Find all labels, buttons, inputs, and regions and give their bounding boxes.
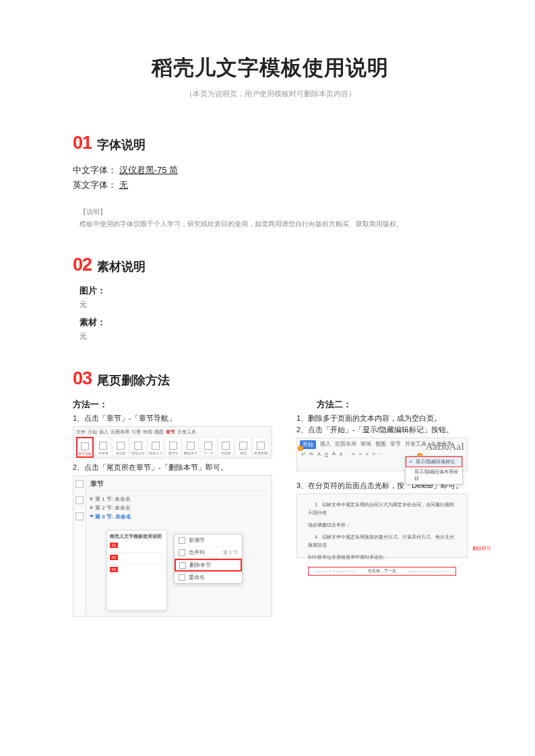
tab[interactable]: 页面布局: [335, 440, 356, 449]
method1-screenshot-panel: 章节 第 1 节: 未命名 第 2 节: 未命名 第 3 节: 未命名 稻壳儿文…: [73, 475, 272, 617]
tab[interactable]: 插入: [320, 440, 331, 449]
chapter-tree: 第 1 节: 未命名 第 2 节: 未命名 第 3 节: 未命名: [90, 495, 268, 521]
tree-node[interactable]: 第 2 节: 未命名: [90, 504, 268, 513]
menu-item-new[interactable]: 新增节: [175, 535, 242, 547]
doc-para: 1、招标文件中规定采用的合同方式为固定单价合同，合同履行期间不因任何: [308, 501, 456, 517]
ribbon-button[interactable]: 纸张方向: [130, 437, 146, 456]
tab: 引用: [131, 429, 141, 436]
tree-node[interactable]: 第 1 节: 未命名: [90, 495, 268, 504]
menu-icon: [179, 574, 185, 581]
ribbon-button[interactable]: 纸张大小: [148, 437, 164, 456]
page-subtitle: （本页为说明页，用户使用模板时可删除本页内容）: [73, 89, 468, 99]
section-01-title: 字体说明: [97, 137, 146, 153]
font-en-value[interactable]: 无: [119, 180, 128, 190]
page-break-marker[interactable]: 分页符…下一页: [308, 567, 456, 576]
font-cn-value[interactable]: 汉仪君黑-75 简: [119, 165, 178, 175]
panel-heading: 章节: [90, 479, 268, 491]
method1-column: 方法一： 1、点击「章节」-「章节导航」 文件 开始 插入 页面布局 引用 审阅…: [73, 399, 272, 621]
doc-para: 到中标单位在资格预审申请时承诺的：: [308, 553, 456, 561]
menu-icon: [179, 562, 186, 569]
note-heading: 【说明】: [80, 206, 468, 218]
font-cn-line: 中文字体： 汉仪君黑-75 简: [73, 163, 468, 178]
ribbon-button[interactable]: 删除本节: [183, 437, 199, 456]
menu-item-delete[interactable]: 删除本节: [175, 559, 242, 572]
ribbon-button-highlighted[interactable]: 章节导航: [76, 437, 94, 458]
menu-icon: [179, 549, 185, 556]
method1-screenshot-ribbon: 文件 开始 插入 页面布局 引用 审阅 视图 章节 开发工具 章节导航 目录页 …: [73, 426, 272, 458]
method2-step2: 2、点击「开始」-「显示/隐藏编辑标记」按钮。: [296, 425, 468, 435]
note-block: 【说明】 模板中使用的字体仅限于个人学习，研究或欣赏目的使用，如需商用请您自行向…: [80, 206, 468, 230]
page-title: 稻壳儿文字模板使用说明: [73, 54, 468, 82]
font-en-label: 英文字体：: [73, 180, 117, 190]
tab-active[interactable]: 开始1: [300, 440, 316, 449]
assets-mat-label: 素材：: [80, 316, 468, 329]
assets-mat-value: 元: [80, 331, 468, 341]
method1-step2: 2、点击「尾页所在章节」-「删除本节」即可。: [73, 462, 272, 473]
tab-active: 章节: [166, 429, 175, 436]
tab: 开始: [88, 429, 97, 436]
thumb-tag: 01: [110, 543, 118, 548]
dropdown-menu: ✓显示/隐藏段落标记 显示/隐藏段落布局按钮: [405, 456, 463, 485]
doc-para: 4、招标文件中规定采用预算的复付方式、计算及付方式、每次支付预算除选: [308, 533, 456, 549]
section-01-head: 01 字体说明: [73, 133, 468, 153]
method1-step1: 1、点击「章节」-「章节导航」: [73, 413, 272, 423]
tab[interactable]: 开发工具: [405, 440, 427, 449]
panel-sidebar: [73, 476, 86, 616]
thumb-heading: 稻壳儿文字模板使用说明: [110, 533, 164, 540]
note-body: 模板中使用的字体仅限于个人学习，研究或欣赏目的使用，如需商用请您自行向版权方购买…: [80, 218, 468, 230]
ribbon-button[interactable]: 目录页: [95, 437, 111, 456]
section-02-number: 02: [73, 254, 92, 275]
method2-screenshot-doc: 1、招标文件中规定采用的合同方式为固定单价合同，合同履行期间不因任何 场合调整综…: [296, 493, 468, 558]
ribbon-button[interactable]: 页眉页脚: [253, 437, 269, 456]
tree-node-selected[interactable]: 第 3 节: 未命名: [90, 513, 268, 522]
font-en-line: 英文字体： 无: [73, 178, 468, 193]
section-01-number: 01: [73, 133, 92, 153]
sidebar-icon[interactable]: [75, 480, 84, 488]
ribbon-button[interactable]: 新增节: [165, 437, 181, 456]
tab: 开发工具: [177, 429, 196, 436]
method2-column: 方法二： 1、删除多于页面的文本内容，成为空白页。 2、点击「开始」-「显示/隐…: [296, 399, 468, 621]
section-02-title: 素材说明: [97, 259, 146, 275]
ribbon-button[interactable]: 页码: [235, 437, 251, 456]
tab: 页面布局: [111, 429, 129, 436]
tab: 审阅: [143, 429, 152, 436]
thumb-tag: 02: [110, 555, 118, 560]
dropdown-item-active[interactable]: ✓显示/隐藏段落标记: [406, 456, 462, 467]
doc-para: 场合调整综合单价；: [308, 521, 456, 529]
method2-screenshot-ribbon: 开始1 插入 页面布局 审阅 视图 章节 开发工具 会员专享 x²x₂AAA̶A…: [296, 438, 468, 471]
font-cn-label: 中文字体：: [73, 165, 117, 175]
section-03-number: 03: [73, 368, 92, 389]
section-03-title: 尾页删除方法: [97, 372, 170, 388]
style-preview: AaBbAaI: [426, 441, 464, 452]
delete-note: 删除即可: [472, 545, 491, 552]
floating-thumbnail: 稻壳儿文字模板使用说明 01 02 03: [106, 530, 167, 611]
dropdown-item[interactable]: 显示/隐藏段落布局按钮: [406, 467, 462, 484]
menu-item-rename[interactable]: 重命名: [175, 572, 242, 583]
badge-1-icon: 1: [298, 446, 303, 451]
tab[interactable]: 视图: [375, 440, 386, 449]
assets-img-label: 图片：: [80, 285, 468, 297]
section-03-head: 03 尾页删除方法: [73, 368, 468, 389]
method1-title: 方法一：: [73, 399, 272, 411]
section-02-head: 02 素材说明: [73, 254, 468, 275]
assets-img-value: 元: [80, 300, 468, 310]
tab: 插入: [99, 429, 108, 436]
menu-item-merge[interactable]: 合并到第 1 节: [175, 547, 242, 559]
tab[interactable]: 审阅: [360, 440, 371, 449]
method2-title: 方法二：: [317, 399, 468, 411]
sidebar-icon[interactable]: [75, 496, 84, 504]
tab: 文件: [76, 429, 86, 436]
method2-step1: 1、删除多于页面的文本内容，成为空白页。: [296, 413, 468, 423]
menu-icon: [179, 537, 185, 544]
sidebar-icon[interactable]: [75, 512, 84, 520]
ribbon-button[interactable]: 封面页: [218, 437, 234, 456]
check-icon: ✓: [409, 459, 414, 465]
ribbon-button[interactable]: 下一节: [200, 437, 216, 456]
tab: 视图: [154, 429, 164, 436]
context-menu: 新增节 合并到第 1 节 删除本节 重命名: [174, 534, 243, 584]
tab[interactable]: 章节: [390, 440, 401, 449]
ribbon-button[interactable]: 页边距: [113, 437, 129, 456]
thumb-tag: 03: [110, 567, 118, 572]
